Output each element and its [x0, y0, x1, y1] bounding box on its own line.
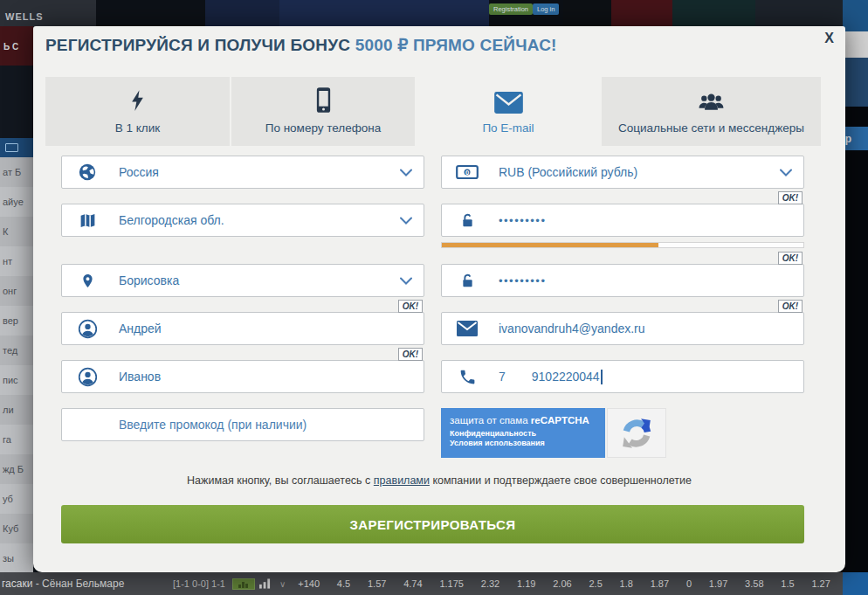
sidebar-menu-item-fragment: К [0, 217, 33, 246]
banner-image-block [611, 0, 672, 26]
phone-icon [456, 368, 479, 386]
chevron-down-icon [400, 217, 412, 225]
ok-badge: OK! [778, 191, 803, 204]
tab-one-click[interactable]: В 1 клик [45, 77, 230, 146]
registration-tabs: В 1 клик По номеру телефона По E-mail Со… [45, 77, 821, 146]
tab-label: Социальные сети и мессенджеры [618, 121, 804, 135]
user-icon [76, 367, 99, 387]
lightning-icon [129, 86, 146, 114]
sidebar-menu-item-fragment: тед [0, 336, 33, 365]
banner-image-block [672, 0, 755, 26]
chevron-down-icon [780, 169, 792, 176]
recaptcha-title-normal: защита от спама [450, 415, 531, 425]
ok-badge: OK! [778, 300, 803, 313]
ok-badge: OK! [398, 348, 423, 361]
country-select[interactable]: Россия [61, 156, 424, 189]
odds-value: 1.57 [368, 578, 386, 589]
background-top-banner [0, 0, 868, 26]
odds-value: 2.5 [589, 578, 602, 589]
promo-code-input[interactable]: Введите промокод (при наличии) [61, 408, 424, 441]
phone-number-value: 9102220044 [532, 370, 600, 384]
recaptcha-privacy-link[interactable]: Конфиденциальность [450, 429, 536, 438]
chevron-down-icon [400, 169, 412, 176]
chevron-down-icon: ∨ [279, 579, 286, 589]
sidebar-menu-item-fragment: ат Б [0, 157, 33, 187]
recaptcha-title: защита от спама reCAPTCHA [450, 415, 605, 425]
sidebar-menu-item-fragment: онг [0, 276, 33, 306]
mail-icon [456, 321, 479, 336]
last-name-input[interactable]: OK! Иванов [61, 360, 424, 393]
sidebar-menu-item-fragment: пис [0, 365, 33, 395]
region-select[interactable]: Белгородская обл. [61, 204, 424, 237]
city-select[interactable]: Борисовка [61, 264, 424, 297]
odds-value: +140 [298, 578, 320, 589]
city-value: Борисовка [119, 273, 179, 287]
globe-icon [76, 163, 99, 182]
banner-image-block [843, 0, 868, 26]
password-input[interactable]: OK! ••••••••• [441, 204, 804, 237]
lock-open-icon [456, 211, 479, 231]
odds-value: 1.19 [517, 578, 535, 589]
tab-label: По E-mail [482, 121, 534, 135]
email-value: ivanovandruh4@yandex.ru [499, 322, 645, 336]
currency-select[interactable]: 0 RUB (Российский рубль) [441, 156, 804, 189]
odds-value: 0 [686, 578, 692, 589]
monitor-icon [5, 143, 18, 152]
lock-open-icon [456, 271, 479, 291]
banner-image-block [755, 0, 843, 26]
sidebar-menu-item-fragment: уб [0, 484, 33, 514]
odds-value: 1.8 [620, 578, 633, 589]
background-left-edge: Ь С ат БайуеКнтонгвертедпислигажд БубКуб… [0, 26, 33, 572]
envelope-icon [494, 86, 523, 114]
tab-label: По номеру телефона [265, 121, 382, 135]
phone-country-code: 7 [499, 370, 506, 384]
password-repeat-input[interactable]: OK! ••••••••• [441, 264, 804, 297]
register-submit-button[interactable]: ЗАРЕГИСТРИРОВАТЬСЯ [61, 505, 804, 543]
first-name-input[interactable]: OK! Андрей [61, 312, 424, 345]
map-icon [76, 211, 99, 230]
user-icon [76, 319, 99, 339]
recaptcha-title-bold: reCAPTCHA [531, 415, 589, 425]
odds-value: 4.5 [337, 578, 350, 589]
odds-value: 2.32 [481, 578, 499, 589]
smartphone-icon [314, 86, 333, 114]
banner-image-block [563, 0, 611, 26]
pin-icon [76, 271, 99, 291]
tab-by-email[interactable]: По E-mail [417, 77, 600, 146]
odds-values: +1404.51.574.741.1752.321.192.062.51.81.… [291, 578, 843, 589]
sidebar-menu-item-fragment: нт [0, 246, 33, 276]
sidebar-menu-item-fragment: га [0, 425, 33, 454]
sidebar-menu-fragments: ат БайуеКнтонгвертедпислигажд БубКубзы- … [0, 157, 33, 572]
email-input[interactable]: OK! ivanovandruh4@yandex.ru [441, 312, 804, 345]
tab-label: В 1 клик [115, 121, 160, 135]
odds-value: 1.87 [651, 578, 669, 589]
login-button[interactable]: Log in [533, 3, 559, 15]
country-value: Россия [119, 165, 159, 179]
left-blue-bar [0, 138, 33, 157]
tab-by-phone[interactable]: По номеру телефона [231, 77, 415, 146]
recaptcha-widget[interactable]: защита от спама reCAPTCHA Конфиденциальн… [441, 408, 666, 458]
chevron-down-icon [400, 277, 412, 285]
banner-image-block [279, 0, 489, 26]
background-bottom-odds-row: гасаки - Сёнан Бельмаре [1-1 0-0] 1-1 ∨ … [0, 572, 868, 595]
tab-social-networks[interactable]: Социальные сети и мессенджеры [602, 77, 821, 146]
recaptcha-text-panel: защита от спама reCAPTCHA Конфиденциальн… [441, 408, 605, 458]
rules-link[interactable]: правилами [374, 474, 430, 487]
phone-input[interactable]: 7 9102220044 [441, 360, 804, 393]
registration-button[interactable]: Registration [489, 3, 533, 15]
sidebar-menu-item-fragment: айуе [0, 187, 33, 217]
odds-value: 1.97 [709, 578, 727, 589]
odds-value: 2.06 [553, 578, 571, 589]
svg-text:0: 0 [465, 169, 469, 176]
recaptcha-logo-icon [607, 408, 666, 458]
odds-value: 4.74 [403, 578, 422, 589]
odds-value: 3.58 [745, 578, 763, 589]
close-icon[interactable]: X [821, 27, 837, 50]
users-icon [697, 86, 726, 114]
password-strength-bar [441, 242, 804, 248]
stats-bars-icon [259, 578, 271, 589]
banner-image-block [205, 0, 279, 26]
promo-placeholder: Введите промокод (при наличии) [119, 418, 307, 432]
bottom-right-blue-block [843, 572, 868, 595]
recaptcha-terms-link[interactable]: Условия использования [450, 439, 545, 447]
